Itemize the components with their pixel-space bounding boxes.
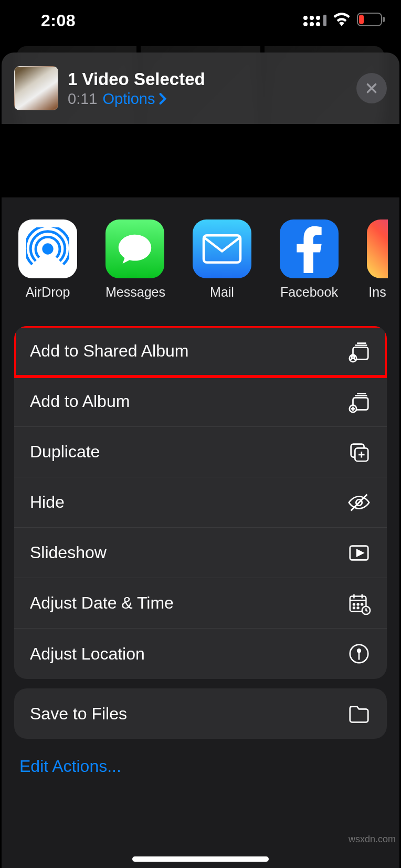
album-add-icon xyxy=(347,390,371,414)
shared-album-icon xyxy=(347,339,371,363)
svg-rect-2 xyxy=(359,15,364,24)
action-slideshow[interactable]: Slideshow xyxy=(14,528,387,578)
action-add-shared-album[interactable]: Add to Shared Album xyxy=(14,326,387,377)
action-duplicate[interactable]: Duplicate xyxy=(14,427,387,477)
app-label: Ins xyxy=(367,285,388,300)
share-sheet: 1 Video Selected 0:11 Options AirDrop xyxy=(2,53,399,868)
share-app-messages[interactable]: Messages xyxy=(105,219,164,300)
status-bar: 2:08 xyxy=(0,0,401,46)
facebook-icon xyxy=(280,219,339,278)
close-icon xyxy=(365,81,378,95)
svg-point-18 xyxy=(353,607,355,609)
wifi-icon xyxy=(333,13,351,28)
slideshow-icon xyxy=(347,541,371,565)
airdrop-icon xyxy=(18,219,77,278)
svg-point-15 xyxy=(353,603,355,605)
action-group-main: Add to Shared Album Add to Album Duplica… xyxy=(14,326,387,679)
folder-icon xyxy=(347,702,371,726)
share-app-mail[interactable]: Mail xyxy=(193,219,251,300)
action-adjust-date-time[interactable]: Adjust Date & Time xyxy=(14,578,387,629)
home-indicator[interactable] xyxy=(132,856,269,862)
close-button[interactable] xyxy=(356,73,387,103)
actions-wrap: Add to Shared Album Add to Album Duplica… xyxy=(2,300,399,782)
svg-point-22 xyxy=(357,649,361,652)
calendar-clock-icon xyxy=(347,591,371,615)
share-panel: AirDrop Messages Mail Facebook xyxy=(2,197,399,868)
share-app-instagram[interactable]: Ins xyxy=(367,219,388,300)
app-label: Facebook xyxy=(280,285,339,300)
hide-icon xyxy=(347,490,371,515)
app-label: Messages xyxy=(105,285,164,300)
duplicate-icon xyxy=(347,440,371,464)
edit-actions-button[interactable]: Edit Actions... xyxy=(14,748,387,776)
svg-point-3 xyxy=(44,245,52,253)
action-hide[interactable]: Hide xyxy=(14,477,387,528)
svg-rect-1 xyxy=(383,17,385,22)
video-thumbnail[interactable] xyxy=(14,66,58,110)
status-time: 2:08 xyxy=(41,11,76,30)
svg-point-16 xyxy=(357,603,359,605)
share-app-facebook[interactable]: Facebook xyxy=(280,219,339,300)
battery-icon xyxy=(357,13,385,28)
instagram-icon xyxy=(367,219,388,278)
video-duration: 0:11 xyxy=(68,90,97,108)
mail-icon xyxy=(193,219,251,278)
share-app-airdrop[interactable]: AirDrop xyxy=(18,219,77,300)
messages-icon xyxy=(105,219,164,278)
selection-title: 1 Video Selected xyxy=(68,69,356,89)
action-adjust-location[interactable]: Adjust Location xyxy=(14,629,387,679)
chevron-right-icon xyxy=(158,92,167,105)
action-add-album[interactable]: Add to Album xyxy=(14,377,387,427)
watermark: wsxdn.com xyxy=(349,834,396,845)
location-icon xyxy=(347,642,371,666)
action-save-to-files[interactable]: Save to Files xyxy=(14,688,387,739)
app-label: AirDrop xyxy=(18,285,77,300)
app-label: Mail xyxy=(193,285,251,300)
cellular-icon xyxy=(303,15,326,26)
action-group-secondary: Save to Files xyxy=(14,688,387,739)
options-button[interactable]: Options xyxy=(102,90,167,108)
share-header: 1 Video Selected 0:11 Options xyxy=(2,53,399,124)
svg-point-19 xyxy=(357,607,359,609)
svg-point-17 xyxy=(361,603,363,605)
sheet-spacer xyxy=(2,124,399,197)
share-apps-row[interactable]: AirDrop Messages Mail Facebook xyxy=(2,219,399,300)
svg-rect-4 xyxy=(204,235,240,263)
status-right xyxy=(303,13,385,28)
